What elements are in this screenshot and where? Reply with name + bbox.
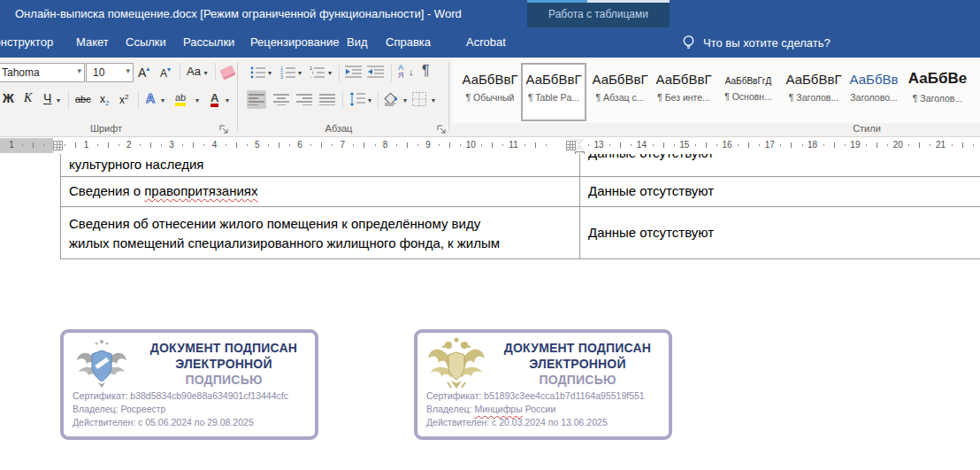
lightbulb-icon xyxy=(681,35,696,50)
horizontal-ruler[interactable]: 11234567891011131415161718192021 xyxy=(0,137,980,154)
first-line-indent-marker[interactable] xyxy=(575,139,584,144)
subscript-button[interactable]: x2 xyxy=(100,93,109,107)
grow-font-button[interactable]: A▴ xyxy=(138,65,149,80)
italic-button[interactable]: К xyxy=(24,91,32,105)
align-center-button[interactable] xyxy=(273,94,289,105)
show-marks-button[interactable]: ¶ xyxy=(422,63,430,79)
superscript-button[interactable]: x2 xyxy=(119,93,128,106)
font-name-combo[interactable]: Tahoma ▾ xyxy=(0,63,85,82)
table-cell[interactable]: Данные отсутствуют xyxy=(588,223,714,243)
chevron-down-icon[interactable]: ▾ xyxy=(77,66,81,75)
multilevel-list-icon[interactable]: 1 i - xyxy=(310,65,326,79)
borders-arrow-icon[interactable]: ▾ xyxy=(432,96,435,104)
tab-1[interactable]: Конструктор xyxy=(0,35,53,49)
style-item-normal[interactable]: АаБбВвГ ¶ Обычный xyxy=(457,63,523,121)
ruler-tick xyxy=(182,144,183,146)
text-effects-arrow-icon[interactable]: ▾ xyxy=(161,96,165,104)
decrease-indent-icon[interactable] xyxy=(345,65,362,78)
shading-bucket-icon[interactable] xyxy=(383,91,401,107)
ruler-tick xyxy=(653,144,654,146)
clear-formatting-button[interactable] xyxy=(219,65,236,80)
font-color-arrow-icon[interactable]: ▾ xyxy=(226,96,229,104)
style-item-list-paragraph[interactable]: АаБбВвГ ¶ Абзац с... xyxy=(587,63,653,121)
ruler-tick xyxy=(353,144,354,146)
ruler-tick xyxy=(449,143,450,148)
tab-7[interactable]: Справка xyxy=(386,35,431,49)
shrink-font-button[interactable]: A▾ xyxy=(160,65,171,80)
chevron-down-icon[interactable]: ▾ xyxy=(126,66,130,75)
ruler-tick xyxy=(22,144,23,146)
ruler-tick xyxy=(375,144,376,146)
window-title: Онлайн-выписка помещение.docx [Режим огр… xyxy=(15,7,462,20)
ruler-tick xyxy=(492,143,493,148)
hanging-indent-marker[interactable] xyxy=(575,145,584,150)
sort-icon[interactable]: А Я xyxy=(398,64,404,80)
table-cell[interactable]: культурного наследия xyxy=(69,155,203,174)
tab-4[interactable]: Рассылки xyxy=(183,35,234,49)
shading-arrow-icon[interactable]: ▾ xyxy=(403,96,407,104)
style-item-no-spacing[interactable]: АаБбВвГ ¶ Без инте... xyxy=(651,63,716,121)
tab-6[interactable]: Вид xyxy=(347,35,368,49)
ruler-tick xyxy=(802,144,803,146)
underline-arrow-icon[interactable]: ▾ xyxy=(57,96,60,104)
increase-indent-icon[interactable] xyxy=(367,65,384,78)
change-case-button[interactable]: Aa ▾ xyxy=(187,65,208,78)
ruler-tick xyxy=(791,143,792,148)
style-item-clipped[interactable]: А П xyxy=(969,63,980,121)
ruler-tick xyxy=(150,143,151,148)
ruler-number: 17 xyxy=(765,140,775,150)
bullet-arrow-icon[interactable]: ▾ xyxy=(268,69,272,77)
ruler-tick xyxy=(962,143,963,148)
tab-8[interactable]: Acrobat xyxy=(466,35,506,49)
document-canvas[interactable]: культурного наследия Данные отсутствуют … xyxy=(0,154,980,470)
ruler-tick xyxy=(535,143,536,148)
line-spacing-icon[interactable] xyxy=(349,92,365,106)
tab-2[interactable]: Макет xyxy=(76,35,109,49)
table-cell[interactable]: Данные отсутствуют xyxy=(588,154,714,163)
underline-button[interactable]: Ч xyxy=(43,91,51,105)
ruler-tick xyxy=(866,144,867,146)
bullet-list-icon[interactable] xyxy=(250,66,266,79)
ruler-tick xyxy=(396,144,397,146)
signature-stamp-mintsifry[interactable]: ДОКУМЕНТ ПОДПИСАН ЭЛЕКТРОННОЙ ПОДПИСЬЮ С… xyxy=(414,329,672,440)
table-cell[interactable]: Сведения о правопритязаниях xyxy=(69,181,258,201)
strikethrough-button[interactable]: abc xyxy=(75,94,91,104)
tab-3[interactable]: Ссылки xyxy=(126,35,166,49)
paragraph-dialog-launcher[interactable] xyxy=(437,125,447,135)
align-left-button[interactable] xyxy=(247,90,266,109)
font-color-button[interactable]: А xyxy=(211,92,218,107)
numbered-arrow-icon[interactable]: ▾ xyxy=(298,69,302,77)
text-highlight-button[interactable]: ab xyxy=(175,93,186,106)
ruler-tick xyxy=(588,144,589,146)
font-dialog-launcher[interactable] xyxy=(219,125,229,135)
ruler-tick xyxy=(706,143,707,148)
sort-arrow-icon: ↓ xyxy=(409,66,414,77)
highlight-arrow-icon[interactable]: ▾ xyxy=(195,96,199,104)
table-cell[interactable]: Данные отсутствуют xyxy=(588,181,714,201)
multilevel-arrow-icon[interactable]: ▾ xyxy=(328,69,332,77)
font-size-combo[interactable]: 10 ▾ xyxy=(86,63,134,82)
numbered-list-icon[interactable]: 123 xyxy=(280,65,296,79)
style-item-body-text[interactable]: АаБбВвГгД ¶ Основн... xyxy=(716,63,781,121)
signature-stamp-rosreestr[interactable]: ДОКУМЕНТ ПОДПИСАН ЭЛЕКТРОННОЙ ПОДПИСЬЮ С… xyxy=(60,329,318,440)
bold-button[interactable]: Ж xyxy=(3,91,14,105)
align-right-button[interactable] xyxy=(296,94,312,105)
ruler-tick xyxy=(65,144,65,146)
style-item-table-paragraph[interactable]: АаБбВвГ ¶ Table Pa... xyxy=(521,63,586,121)
style-item-title-bold[interactable]: АаБбВе ¶ Заголов... xyxy=(905,63,970,121)
style-item-title[interactable]: АаБбВв Заголово... xyxy=(841,63,907,121)
ribbon: Tahoma ▾ 10 ▾ A▴ A▾ Aa ▾ Ж К Ч ▾ abc x2 … xyxy=(0,58,980,137)
ruler-tick xyxy=(919,143,920,148)
ruler-tick xyxy=(417,144,418,146)
ruler-tick xyxy=(952,144,953,146)
text-effects-button[interactable]: А xyxy=(146,91,155,105)
justify-button[interactable] xyxy=(319,94,335,105)
tab-5[interactable]: Рецензирование xyxy=(250,35,339,49)
table-cell[interactable]: Сведения об отнесении жилого помещения к… xyxy=(69,214,578,253)
borders-icon[interactable] xyxy=(412,92,426,106)
line-spacing-arrow-icon[interactable]: ▾ xyxy=(368,96,371,104)
style-item-heading[interactable]: АаБбВвГ ¶ Заголов... xyxy=(781,63,846,121)
ruler-tick xyxy=(748,143,749,148)
tell-me-box[interactable]: Что вы хотите сделать? xyxy=(703,36,831,50)
table-column-marker-icon[interactable] xyxy=(53,141,63,150)
